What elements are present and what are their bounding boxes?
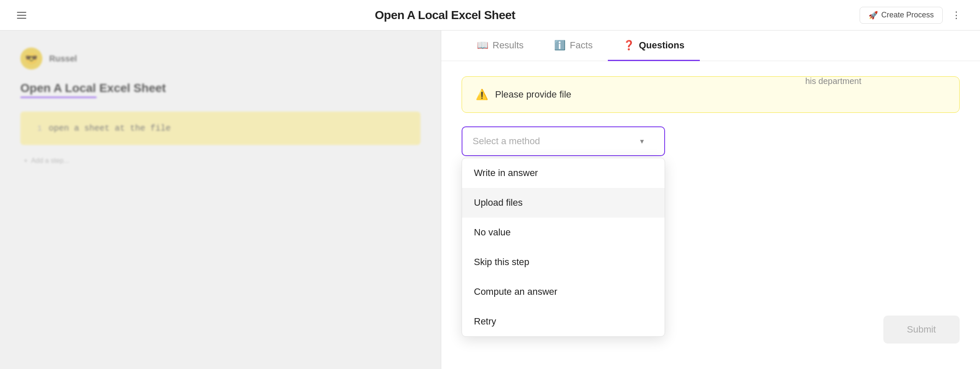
questions-icon: ❓ <box>623 40 635 51</box>
tab-results-label: Results <box>493 40 523 51</box>
dropdown-item-write-in[interactable]: Write in answer <box>462 158 665 188</box>
topbar-right: 🚀 Create Process ⋮ <box>860 7 963 24</box>
dropdown-item-skip[interactable]: Skip this step <box>462 247 665 277</box>
dropdown-item-upload-files-label: Upload files <box>474 197 523 208</box>
title-underline <box>20 97 97 98</box>
step-card: 1 open a sheet at the file <box>20 112 420 145</box>
chevron-down-icon: ▾ <box>640 137 644 146</box>
page-title: Open A Local Excel Sheet <box>31 8 860 22</box>
select-method-wrapper: Select a method ▾ Write in answer Upload… <box>462 126 665 156</box>
dropdown-item-no-value-label: No value <box>474 227 511 238</box>
tab-questions[interactable]: ❓ Questions <box>608 31 700 61</box>
submit-button[interactable]: Submit <box>883 316 960 344</box>
dropdown-item-retry[interactable]: Retry <box>462 307 665 336</box>
dropdown-item-no-value[interactable]: No value <box>462 218 665 247</box>
dropdown-item-compute[interactable]: Compute an answer <box>462 277 665 307</box>
dropdown-menu: Write in answer Upload files No value Sk… <box>462 158 665 337</box>
menu-icon[interactable] <box>17 8 31 22</box>
dropdown-item-write-in-label: Write in answer <box>474 168 538 178</box>
panel-tabs: 📖 Results ℹ️ Facts ❓ Questions <box>441 31 980 61</box>
department-text: his department <box>805 76 861 86</box>
tab-questions-label: Questions <box>639 40 685 51</box>
dropdown-item-skip-label: Skip this step <box>474 257 529 267</box>
step-text: open a sheet at the file <box>49 123 171 133</box>
avatar-emoji: 😎 <box>25 53 38 64</box>
tab-facts[interactable]: ℹ️ Facts <box>539 31 608 61</box>
add-step[interactable]: + Add a step... <box>20 152 420 165</box>
warning-text: Please provide file <box>495 89 571 100</box>
warning-icon: ⚠️ <box>476 89 488 101</box>
avatar: 😎 <box>20 48 42 70</box>
add-icon: + <box>24 157 28 165</box>
topbar: Open A Local Excel Sheet 🚀 Create Proces… <box>0 0 980 31</box>
dropdown-item-retry-label: Retry <box>474 316 496 327</box>
rocket-icon: 🚀 <box>869 11 878 20</box>
results-icon: 📖 <box>477 40 488 51</box>
side-panel: 📖 Results ℹ️ Facts ❓ Questions ⚠️ Please… <box>441 31 980 369</box>
process-title-row: 😎 Russel <box>20 48 420 70</box>
select-placeholder: Select a method <box>473 136 540 147</box>
add-step-label: Add a step... <box>31 157 69 165</box>
dropdown-item-compute-label: Compute an answer <box>474 286 557 297</box>
warning-box: ⚠️ Please provide file <box>462 76 960 113</box>
create-process-label: Create Process <box>881 11 934 20</box>
process-name: Russel <box>49 54 77 64</box>
create-process-button[interactable]: 🚀 Create Process <box>860 7 943 24</box>
tab-results[interactable]: 📖 Results <box>462 31 539 61</box>
main-content-blurred: 😎 Russel Open A Local Excel Sheet 1 open… <box>0 34 441 369</box>
dropdown-item-upload-files[interactable]: Upload files <box>462 188 665 218</box>
select-method-dropdown[interactable]: Select a method ▾ <box>462 126 665 156</box>
topbar-menu-button[interactable]: ⋮ <box>949 8 963 22</box>
facts-icon: ℹ️ <box>554 40 565 51</box>
tab-facts-label: Facts <box>570 40 593 51</box>
step-number: 1 <box>37 124 42 133</box>
main-process-title: Open A Local Excel Sheet <box>20 81 420 95</box>
panel-body: ⚠️ Please provide file Select a method ▾… <box>441 61 980 369</box>
topbar-left <box>17 8 31 22</box>
